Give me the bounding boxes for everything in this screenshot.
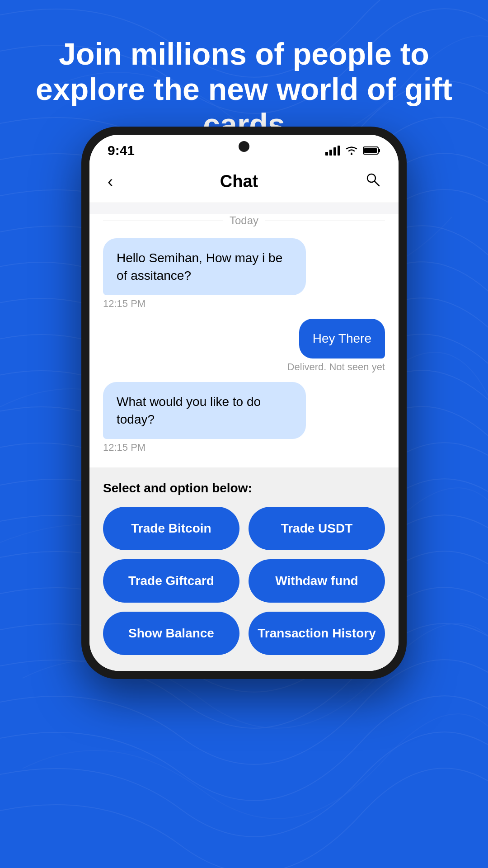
- chat-title: Chat: [220, 172, 258, 191]
- quick-reply-section: Select and option below: Trade Bitcoin T…: [89, 467, 399, 671]
- svg-rect-2: [333, 147, 336, 156]
- chat-body: Today Hello Semihan, How may i be of ass…: [89, 214, 399, 467]
- message-row: Hello Semihan, How may i be of assitance…: [103, 238, 385, 295]
- camera-notch: [239, 141, 249, 152]
- show-balance-button[interactable]: Show Balance: [103, 612, 239, 655]
- signal-icon: [325, 146, 340, 156]
- status-time: 9:41: [108, 143, 135, 158]
- svg-line-9: [375, 181, 379, 186]
- quick-reply-label: Select and option below:: [103, 481, 385, 495]
- phone-mockup: 9:41: [81, 127, 407, 679]
- message-row: Hey There: [103, 319, 385, 358]
- withdraw-fund-button[interactable]: Withdaw fund: [249, 559, 385, 603]
- quick-reply-grid: Trade Bitcoin Trade USDT Trade Giftcard …: [103, 507, 385, 655]
- search-button[interactable]: [365, 172, 380, 191]
- battery-icon: [363, 146, 380, 155]
- svg-rect-3: [338, 146, 340, 156]
- svg-rect-0: [325, 152, 328, 156]
- svg-point-4: [351, 153, 352, 155]
- message-status-1: Deliverd. Not seen yet: [103, 361, 385, 373]
- svg-rect-6: [378, 149, 380, 152]
- message-time-1: 12:15 PM: [103, 298, 385, 310]
- date-divider: Today: [103, 214, 385, 227]
- received-bubble-1: Hello Semihan, How may i be of assitance…: [103, 238, 306, 295]
- trade-usdt-button[interactable]: Trade USDT: [249, 507, 385, 550]
- message-row: What would you like to do today?: [103, 382, 385, 439]
- status-bar: 9:41: [89, 135, 399, 163]
- transaction-history-button[interactable]: Transaction History: [249, 612, 385, 655]
- received-bubble-2: What would you like to do today?: [103, 382, 306, 439]
- back-button[interactable]: ‹: [108, 172, 113, 191]
- message-time-3: 12:15 PM: [103, 442, 385, 453]
- wifi-icon: [344, 145, 359, 156]
- chat-header: ‹ Chat: [89, 163, 399, 203]
- trade-bitcoin-button[interactable]: Trade Bitcoin: [103, 507, 239, 550]
- date-text: Today: [230, 214, 258, 227]
- svg-rect-7: [364, 148, 377, 153]
- sent-bubble-1: Hey There: [299, 319, 385, 358]
- svg-rect-1: [329, 150, 332, 156]
- status-icons: [325, 145, 380, 156]
- trade-giftcard-button[interactable]: Trade Giftcard: [103, 559, 239, 603]
